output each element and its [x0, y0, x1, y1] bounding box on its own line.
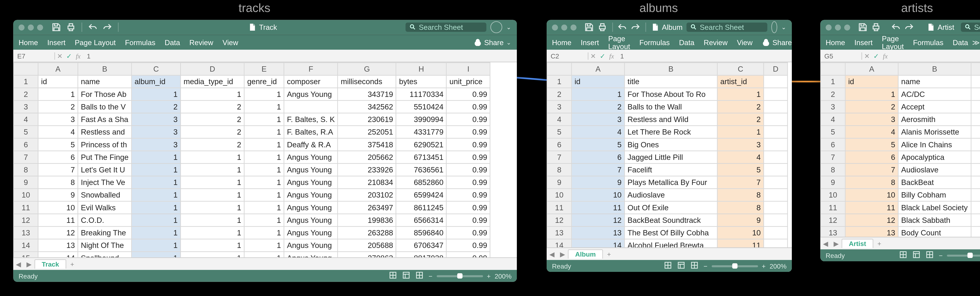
cell[interactable]: 10	[38, 201, 78, 214]
cell[interactable]: Big Ones	[624, 138, 717, 151]
cell[interactable]	[971, 126, 980, 138]
window-controls[interactable]	[19, 24, 43, 30]
col-header-C[interactable]: C	[132, 62, 180, 75]
sheet-tab[interactable]: Artist	[842, 239, 873, 248]
spreadsheet-grid[interactable]: ABCD1idname21AC/DC32Accept43Aerosmith54A…	[820, 62, 980, 237]
cell[interactable]: 4	[845, 126, 898, 138]
cell[interactable]: 2	[132, 101, 180, 113]
row-header[interactable]: 8	[14, 163, 38, 176]
cell[interactable]: Jagged Little Pill	[624, 151, 717, 163]
cell[interactable]: Aerosmith	[898, 113, 971, 126]
view-break-icon[interactable]	[690, 261, 698, 270]
cell[interactable]: 6706347	[396, 239, 447, 252]
row-header[interactable]: 12	[14, 214, 38, 226]
cell[interactable]: BackBeat Soundtrack	[624, 214, 717, 226]
cell[interactable]: Balls to the Wall	[624, 101, 717, 113]
cell[interactable]: 270863	[338, 252, 396, 258]
cell[interactable]: 0.99	[447, 189, 490, 201]
view-break-icon[interactable]	[415, 271, 423, 280]
cell[interactable]: 2	[718, 101, 764, 113]
cell[interactable]	[764, 163, 788, 176]
cell[interactable]: 1	[132, 189, 180, 201]
cell[interactable]: 2	[180, 101, 244, 113]
cell[interactable]: Accept	[898, 101, 971, 113]
ribbon-tab-view[interactable]: View	[223, 38, 238, 46]
cell[interactable]: 1	[132, 201, 180, 214]
ribbon-tab-page-layout[interactable]: Page Layout	[75, 38, 116, 46]
ribbon-tab-home[interactable]: Home	[19, 38, 38, 46]
window-controls[interactable]	[826, 24, 850, 30]
ribbon-tab-page-layout[interactable]: Page Layout	[882, 35, 904, 50]
tab-nav-prev[interactable]: ◀	[547, 250, 557, 258]
cell[interactable]: 1	[571, 88, 624, 101]
cell[interactable]: 12	[845, 214, 898, 226]
header-cell[interactable]: genre_id	[244, 75, 284, 88]
row-header[interactable]: 1	[547, 75, 571, 88]
row-header[interactable]: 5	[14, 126, 38, 138]
header-cell[interactable]: milliseconds	[338, 75, 396, 88]
cell[interactable]: 8611245	[396, 201, 447, 214]
cell[interactable]	[764, 214, 788, 226]
view-normal-icon[interactable]	[664, 261, 672, 270]
search-box[interactable]: Search Sheet	[687, 22, 767, 32]
header-cell[interactable]: id	[845, 75, 898, 88]
cell[interactable]: Audioslave	[624, 189, 717, 201]
cell[interactable]: 263288	[338, 227, 396, 239]
sheet-tab[interactable]: Track	[35, 259, 67, 269]
cell[interactable]: 2	[180, 126, 244, 138]
row-header[interactable]: 7	[547, 151, 571, 163]
header-cell[interactable]: composer	[284, 75, 338, 88]
cell[interactable]: Alanis Morissette	[898, 126, 971, 138]
cell[interactable]: Angus Young	[284, 163, 338, 176]
row-header[interactable]: 4	[14, 113, 38, 126]
col-header-D[interactable]: D	[180, 62, 244, 75]
cell[interactable]: 4	[571, 126, 624, 138]
cell[interactable]: 11	[571, 201, 624, 214]
cell[interactable]: 6713451	[396, 151, 447, 163]
cell[interactable]	[764, 189, 788, 201]
row-header[interactable]: 13	[547, 227, 571, 239]
row-header[interactable]: 8	[821, 163, 845, 176]
chevron-down-icon[interactable]: ⌄	[781, 24, 786, 30]
view-layout-icon[interactable]	[402, 271, 410, 280]
print-icon[interactable]	[872, 22, 881, 32]
cell[interactable]: Let There Be Rock	[624, 126, 717, 138]
cell[interactable]: 1	[180, 88, 244, 101]
cell[interactable]	[971, 176, 980, 189]
cell[interactable]: 210834	[338, 176, 396, 189]
cell[interactable]: 375418	[338, 138, 396, 151]
col-header-B[interactable]: B	[78, 62, 132, 75]
cell[interactable]	[971, 227, 980, 237]
select-all-corner[interactable]	[547, 62, 571, 75]
confirm-icon[interactable]: ✓	[872, 52, 881, 59]
cell[interactable]: 11	[718, 239, 764, 247]
cell[interactable]: 1	[244, 214, 284, 226]
col-header-A[interactable]: A	[38, 62, 78, 75]
row-header[interactable]: 9	[821, 176, 845, 189]
ribbon-tab-insert[interactable]: Insert	[854, 38, 873, 46]
cell[interactable]: 1	[132, 151, 180, 163]
cell[interactable]: 1	[244, 227, 284, 239]
row-header[interactable]: 1	[14, 75, 38, 88]
row-header[interactable]: 6	[821, 138, 845, 151]
cell[interactable]: 6290521	[396, 138, 447, 151]
row-header[interactable]: 12	[821, 214, 845, 226]
row-header[interactable]: 3	[547, 101, 571, 113]
cell[interactable]	[971, 101, 980, 113]
cell[interactable]	[971, 113, 980, 126]
share-button[interactable]: Share⌄	[474, 38, 512, 46]
cell[interactable]: Night Of The	[78, 239, 132, 252]
chevron-down-icon[interactable]: ⌄	[506, 24, 512, 30]
cell[interactable]: 6599424	[396, 189, 447, 201]
cell[interactable]: Let's Get It U	[78, 163, 132, 176]
cancel-icon[interactable]: ✕	[589, 52, 598, 59]
cell[interactable]: 1	[180, 163, 244, 176]
cell[interactable]	[764, 151, 788, 163]
cell[interactable]: 2	[180, 113, 244, 126]
cell[interactable]: Princess of th	[78, 138, 132, 151]
cell[interactable]: 3	[38, 113, 78, 126]
cell[interactable]: 1	[132, 252, 180, 258]
cell[interactable]: Fast As a Sha	[78, 113, 132, 126]
cell[interactable]: 5	[845, 138, 898, 151]
cell[interactable]	[764, 239, 788, 247]
